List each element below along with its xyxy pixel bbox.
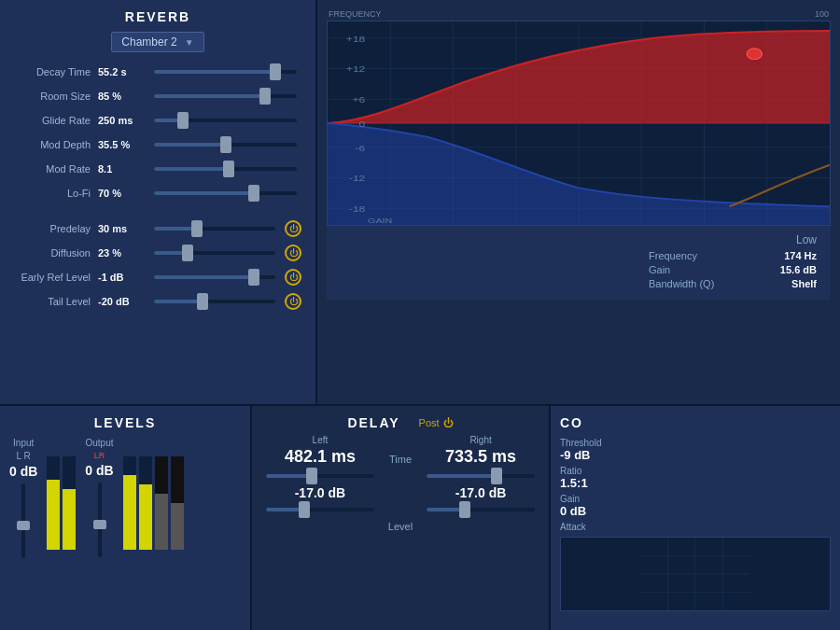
moddepth-value: 35.5 % (98, 139, 149, 150)
param-row-lofi: Lo-Fi 70 % (14, 183, 301, 203)
eq-chart[interactable]: +18 +12 +6 0 -6 -12 -18 GAIN (327, 21, 831, 226)
delay-right-label: Right (427, 435, 535, 445)
delay-right-time-slider[interactable] (427, 474, 535, 478)
eq-frequency-row: Frequency 174 Hz (649, 250, 817, 261)
comp-graph[interactable] (560, 537, 831, 611)
reverb-params-group2: Predelay 30 ms ⏻ Diffusion 23 % ⏻ (14, 218, 301, 312)
delay-left-time-value: 482.1 ms (266, 447, 374, 467)
earlyreflevel-label: Early Ref Level (14, 272, 98, 283)
output-fader[interactable] (98, 483, 102, 557)
delay-left-col: Left 482.1 ms -17.0 dB (266, 435, 374, 519)
comp-title: CO (560, 415, 831, 430)
comp-gain-label: Gain (560, 494, 831, 504)
delay-left-level-slider[interactable] (266, 508, 374, 511)
param-row-moddepth: Mod Depth 35.5 % (14, 134, 301, 155)
svg-text:-18: -18 (349, 204, 366, 214)
eq-bandwidth-row: Bandwidth (Q) Shelf (649, 278, 817, 289)
eq-chart-labels: FREQUENCY 100 (327, 9, 831, 19)
eq-bandwidth-value: Shelf (791, 278, 817, 289)
param-row-earlyreflevel: Early Ref Level -1 dB ⏻ (14, 267, 301, 287)
delay-left-time-slider[interactable] (266, 474, 374, 478)
taillevel-value: -20 dB (98, 296, 149, 307)
eq-frequency-value: 174 Hz (784, 250, 817, 261)
comp-threshold-value: -9 dB (560, 448, 831, 462)
delay-title: DELAY (347, 415, 399, 430)
preset-label: Chamber 2 (121, 35, 176, 49)
comp-attack-label: Attack (560, 522, 831, 532)
output-lr-label: LR (94, 451, 105, 460)
output-meter-r (139, 456, 152, 550)
diffusion-slider[interactable] (154, 251, 275, 255)
eq-info-title: Low (649, 233, 817, 246)
power-icon: ⏻ (443, 417, 454, 428)
delay-panel: DELAY Post ⏻ Left 482.1 ms -17.0 dB (252, 406, 551, 630)
delay-right-db: -17.0 dB (427, 485, 535, 500)
gliderate-value: 250 ms (98, 115, 149, 126)
predelay-power-button[interactable]: ⏻ (285, 220, 301, 237)
freq-label: FREQUENCY (329, 9, 382, 19)
svg-text:-12: -12 (349, 174, 366, 183)
output-meter-extra2 (171, 456, 184, 550)
output-meter-extra1 (155, 456, 168, 550)
earlyreflevel-power-button[interactable]: ⏻ (285, 269, 301, 286)
comp-ratio-value: 1.5:1 (560, 476, 831, 490)
earlyreflevel-value: -1 dB (98, 272, 149, 283)
lofi-label: Lo-Fi (14, 188, 98, 199)
delay-left-db: -17.0 dB (266, 485, 374, 500)
delay-post-label: Post (419, 417, 440, 428)
decay-slider[interactable] (154, 70, 297, 74)
delay-grid: Left 482.1 ms -17.0 dB Time Level (266, 435, 535, 532)
lofi-value: 70 % (98, 188, 149, 199)
output-value: 0 dB (85, 463, 113, 478)
roomsize-label: Room Size (14, 91, 98, 102)
roomsize-value: 85 % (98, 91, 149, 102)
eq-frequency-label: Frequency (649, 250, 697, 261)
svg-text:+6: +6 (353, 95, 366, 105)
preset-selector: Chamber 2 ▼ (14, 32, 301, 52)
taillevel-power-button[interactable]: ⏻ (285, 293, 301, 310)
predelay-label: Predelay (14, 223, 98, 234)
diffusion-power-button[interactable]: ⏻ (285, 245, 301, 261)
delay-left-label: Left (266, 435, 374, 445)
eq-panel: FREQUENCY 100 (317, 0, 840, 404)
delay-post-toggle[interactable]: Post ⏻ (419, 417, 454, 428)
svg-text:-6: -6 (356, 143, 366, 152)
chevron-down-icon: ▼ (185, 37, 194, 48)
taillevel-label: Tail Level (14, 296, 98, 307)
input-fader[interactable] (21, 483, 25, 558)
comp-gain-row: Gain 0 dB (560, 494, 831, 518)
decay-label: Decay Time (14, 66, 98, 77)
output-label: Output (86, 438, 114, 448)
taillevel-slider[interactable] (154, 300, 275, 303)
output-level-group: Output LR 0 dB (85, 438, 113, 557)
bottom-section: LEVELS Input L R 0 dB (0, 406, 840, 630)
svg-text:0: 0 (359, 119, 366, 129)
comp-gain-value: 0 dB (560, 504, 831, 518)
delay-level-label: Level (388, 465, 413, 532)
diffusion-label: Diffusion (14, 247, 98, 259)
input-label: Input (13, 438, 34, 448)
roomsize-slider[interactable] (154, 94, 297, 98)
moddepth-slider[interactable] (154, 143, 297, 147)
param-row-roomsize: Room Size 85 % (14, 86, 301, 106)
comp-ratio-row: Ratio 1.5:1 (560, 466, 831, 490)
svg-text:GAIN: GAIN (368, 216, 392, 224)
gliderate-slider[interactable] (154, 119, 297, 122)
predelay-slider[interactable] (154, 227, 275, 231)
comp-ratio-label: Ratio (560, 466, 831, 476)
freq-value: 100 (815, 9, 829, 19)
input-level-group: Input L R 0 dB (9, 438, 37, 558)
earlyreflevel-slider[interactable] (154, 275, 275, 279)
delay-right-level-slider[interactable] (427, 508, 535, 511)
modrate-slider[interactable] (154, 167, 297, 171)
delay-right-time-value: 733.5 ms (427, 447, 535, 467)
delay-right-col: Right 733.5 ms -17.0 dB (427, 435, 535, 519)
lofi-slider[interactable] (154, 191, 297, 195)
svg-text:+18: +18 (346, 34, 366, 43)
preset-dropdown[interactable]: Chamber 2 ▼ (111, 32, 203, 52)
input-value: 0 dB (9, 464, 37, 479)
output-meter-l (123, 456, 136, 550)
eq-gain-value: 15.6 dB (780, 264, 817, 275)
modrate-value: 8.1 (98, 163, 149, 175)
param-row-diffusion: Diffusion 23 % ⏻ (14, 243, 301, 263)
